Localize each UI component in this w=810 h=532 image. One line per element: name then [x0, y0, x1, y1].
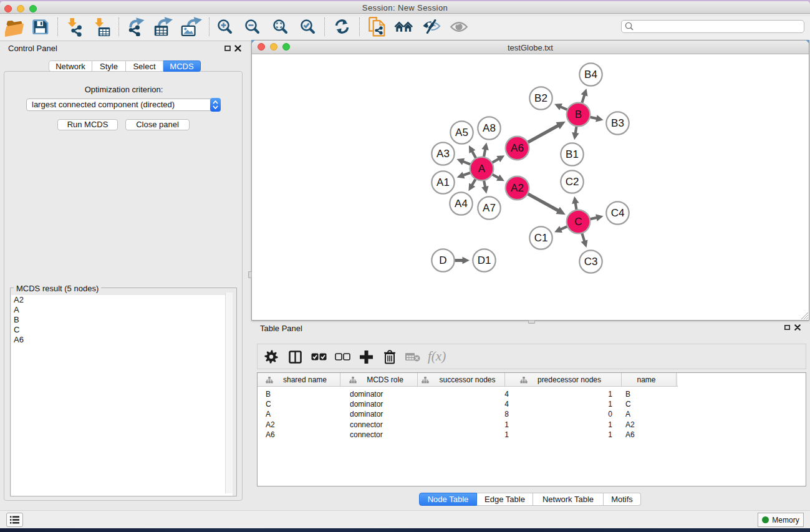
svg-text:B4: B4 [584, 69, 597, 80]
svg-text:C1: C1 [534, 232, 547, 244]
svg-text:B: B [574, 109, 581, 120]
svg-text:A2: A2 [511, 182, 524, 194]
svg-text:C3: C3 [584, 256, 597, 268]
svg-text:C4: C4 [610, 207, 624, 219]
svg-text:A3: A3 [436, 148, 450, 160]
svg-text:A7: A7 [483, 202, 496, 214]
svg-text:A1: A1 [436, 177, 450, 188]
svg-text:B1: B1 [566, 148, 579, 160]
svg-text:B2: B2 [534, 92, 547, 104]
svg-text:A5: A5 [455, 127, 468, 138]
svg-text:B3: B3 [611, 117, 624, 129]
svg-text:A8: A8 [483, 122, 496, 134]
svg-text:C2: C2 [565, 176, 579, 188]
svg-text:A: A [478, 163, 485, 175]
svg-text:A4: A4 [455, 198, 468, 210]
svg-text:A6: A6 [511, 142, 524, 154]
svg-text:D1: D1 [477, 254, 491, 266]
svg-text:D: D [439, 254, 446, 266]
svg-text:C: C [574, 216, 582, 228]
